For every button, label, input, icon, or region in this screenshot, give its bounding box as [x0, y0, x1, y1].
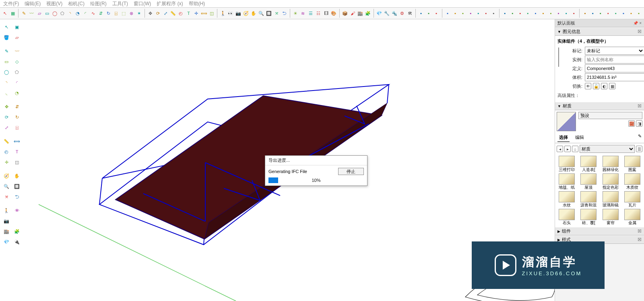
materials-button[interactable]: 🎨 — [330, 8, 338, 18]
close-icon[interactable]: ☒ — [638, 29, 642, 34]
b5-button[interactable]: ▪ — [612, 8, 620, 18]
plugin-c-button[interactable]: ⚙ — [398, 8, 406, 18]
freehand-button[interactable]: 〰 — [28, 8, 35, 18]
eraser-tool[interactable]: ▱ — [12, 33, 22, 42]
scene-button[interactable]: 🎞 — [322, 8, 330, 18]
b8-button[interactable]: ▪ — [635, 8, 643, 18]
material-folder[interactable]: 图案 — [622, 156, 643, 173]
ext4-button[interactable]: ▪ — [467, 8, 475, 18]
walk-button[interactable]: 🚶 — [219, 8, 227, 18]
plugin-tool[interactable]: 🔌 — [12, 237, 22, 247]
r3-button[interactable]: ▪ — [516, 8, 524, 18]
tape-tool[interactable]: 📏 — [2, 136, 11, 146]
visible-icon[interactable]: 👁 — [585, 83, 591, 89]
menu-tools[interactable]: 工具(T) — [112, 0, 128, 7]
ruby-button[interactable]: 💎 — [376, 8, 383, 18]
ext3-button[interactable]: ▪ — [459, 8, 467, 18]
material-folder[interactable]: 石头 — [556, 209, 577, 226]
material-folder[interactable]: 地毯、纸 — [556, 173, 577, 190]
ext1-button[interactable]: ▪ — [444, 8, 452, 18]
styles-button[interactable]: 🖌 — [349, 8, 357, 18]
menu-help[interactable]: 帮助(H) — [189, 0, 205, 7]
explode-button[interactable]: ✶ — [135, 8, 143, 18]
plugin-a-button[interactable]: 🔧 — [383, 8, 391, 18]
icon-c-button[interactable]: ▪ — [433, 8, 440, 18]
move-tool[interactable]: ✥ — [2, 102, 11, 111]
protractor-tool[interactable]: ◴ — [2, 147, 11, 157]
pie-tool[interactable]: ◔ — [12, 88, 22, 98]
menu-file[interactable]: 文件(F) — [3, 0, 19, 7]
r4-button[interactable]: ▪ — [524, 8, 532, 18]
section-button[interactable]: ◫ — [208, 8, 215, 18]
intersect-button[interactable]: ⊗ — [128, 8, 135, 18]
details-icon[interactable]: ☰ — [636, 146, 642, 152]
create-material-icon[interactable]: 🧱 — [628, 120, 635, 127]
axes-button[interactable]: ✛ — [192, 8, 200, 18]
material-folder[interactable]: 屋顶 — [578, 173, 599, 190]
tab-edit[interactable]: 编辑 — [574, 134, 586, 142]
outershell-button[interactable]: ⬚ — [120, 8, 128, 18]
default-material-icon[interactable]: ◨ — [636, 120, 642, 127]
polygon-button[interactable]: ⬠ — [58, 8, 66, 18]
previous-button[interactable]: ⮌ — [281, 8, 288, 18]
advanced-attrs[interactable]: 高级属性： — [557, 91, 642, 100]
circle-tool[interactable]: ◯ — [2, 67, 11, 77]
r2-button[interactable]: ▪ — [509, 8, 516, 18]
b1-button[interactable]: ▪ — [581, 8, 589, 18]
r7-button[interactable]: ▪ — [547, 8, 555, 18]
tray-title[interactable]: 默认面板 📌 × — [555, 19, 644, 27]
zoom-button[interactable]: 🔍 — [257, 8, 265, 18]
b3-button[interactable]: ▪ — [597, 8, 604, 18]
material-collection-select[interactable]: 材质 — [580, 145, 635, 153]
close-icon[interactable]: ☒ — [638, 103, 642, 109]
back-icon[interactable]: ◂ — [557, 146, 563, 152]
pan-button[interactable]: ✋ — [250, 8, 257, 18]
r6-button[interactable]: ▪ — [539, 8, 547, 18]
material-folder[interactable]: 水纹 — [556, 191, 577, 208]
look-tool[interactable]: 👁 — [12, 206, 22, 215]
material-folder[interactable]: 园林绿化 — [600, 156, 621, 173]
material-folder[interactable]: 瓦片 — [622, 191, 643, 208]
rectangle-button[interactable]: ▭ — [43, 8, 51, 18]
rotate-tool[interactable]: ⟳ — [2, 112, 11, 122]
scale-tool[interactable]: ⤢ — [2, 123, 11, 132]
ruby-tool[interactable]: 💎 — [2, 237, 11, 247]
freehand-tool[interactable]: 〰 — [12, 46, 22, 56]
text-button[interactable]: T — [185, 8, 192, 18]
zoom-tool[interactable]: 🔍 — [2, 181, 11, 191]
material-folder[interactable]: 玻璃和镜 — [600, 191, 621, 208]
curve-button[interactable]: ∿ — [89, 8, 97, 18]
material-folder[interactable]: 三维打印 — [556, 156, 577, 173]
cursor-button[interactable]: ↖ — [1, 8, 9, 18]
cursor-tool[interactable]: ↖ — [2, 22, 11, 32]
ext6-button[interactable]: ▪ — [482, 8, 490, 18]
menu-window[interactable]: 窗口(W) — [134, 0, 151, 7]
move-button[interactable]: ✥ — [147, 8, 154, 18]
prev-view-tool[interactable]: ⮌ — [12, 192, 22, 202]
shadow-icon[interactable]: ▦ — [609, 83, 615, 89]
section-tool[interactable]: ◫ — [12, 157, 22, 167]
pencil-tool[interactable]: ✎ — [2, 46, 11, 56]
material-folder[interactable]: 砖、覆[ — [578, 209, 599, 226]
pan-tool[interactable]: ✋ — [12, 171, 22, 181]
material-folder[interactable]: 人造表[ — [578, 156, 599, 173]
material-folder[interactable]: 木质纹 — [622, 173, 643, 190]
polygon-tool[interactable]: ⬠ — [12, 67, 22, 77]
r9-button[interactable]: ▪ — [562, 8, 570, 18]
position-camera-button[interactable]: 📷 — [234, 8, 242, 18]
scale-button[interactable]: ⤢ — [162, 8, 169, 18]
rotate-button[interactable]: ⟳ — [154, 8, 162, 18]
orbit-tool[interactable]: 🧭 — [2, 171, 11, 181]
ext2-button[interactable]: ▪ — [452, 8, 459, 18]
rotated-rect-tool[interactable]: ◇ — [12, 57, 22, 66]
plugin-b-button[interactable]: 🔩 — [391, 8, 398, 18]
offset-tool[interactable]: ⌻ — [12, 123, 22, 132]
3d-warehouse-button[interactable]: 🏬 — [357, 8, 364, 18]
arc2-tool[interactable]: ◜ — [12, 78, 22, 87]
material-folder[interactable]: 金属 — [622, 209, 643, 226]
extwh-tool[interactable]: 🧩 — [12, 227, 22, 236]
material-folder[interactable]: 沥青和混 — [578, 191, 599, 208]
blank-tool[interactable] — [12, 216, 22, 226]
walk-tool[interactable]: 🚶 — [2, 206, 11, 215]
zoom-window-tool[interactable]: 🔲 — [12, 181, 22, 191]
